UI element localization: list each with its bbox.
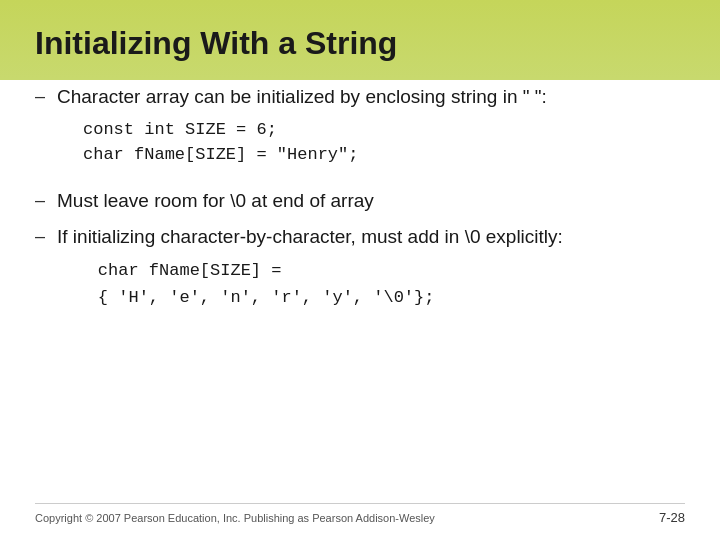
footer-page: 7-28 bbox=[659, 510, 685, 525]
bullet-text-3-main: If initializing character-by-character, … bbox=[57, 224, 563, 251]
bullet-dash-2: – bbox=[35, 190, 45, 211]
slide-footer: Copyright © 2007 Pearson Education, Inc.… bbox=[35, 503, 685, 525]
bullet-item-2: – Must leave room for \0 at end of array bbox=[35, 188, 685, 215]
slide-title: Initializing With a String bbox=[35, 25, 685, 62]
bullet-text-1: Character array can be initialized by en… bbox=[57, 84, 547, 178]
bullet-text-1-main: Character array can be initialized by en… bbox=[57, 84, 547, 111]
bullet-item-3: – If initializing character-by-character… bbox=[35, 224, 685, 321]
keyword-int: int bbox=[144, 120, 175, 139]
footer-copyright: Copyright © 2007 Pearson Education, Inc.… bbox=[35, 512, 435, 524]
string-henry: "Henry" bbox=[277, 145, 348, 164]
bullet-dash-1: – bbox=[35, 86, 45, 107]
slide: Initializing With a String – Character a… bbox=[0, 0, 720, 540]
bullet-dash-3: – bbox=[35, 226, 45, 247]
bullet-text-2: Must leave room for \0 at end of array bbox=[57, 188, 374, 215]
bullet-text-3: If initializing character-by-character, … bbox=[57, 224, 563, 321]
content-area: – Character array can be initialized by … bbox=[35, 84, 685, 503]
code-block-1: const int SIZE = 6; char fName[SIZE] = "… bbox=[83, 117, 547, 168]
code-block-2: char fName[SIZE] = { 'H', 'e', 'n', 'r',… bbox=[57, 257, 563, 311]
bullet-item-1: – Character array can be initialized by … bbox=[35, 84, 685, 178]
